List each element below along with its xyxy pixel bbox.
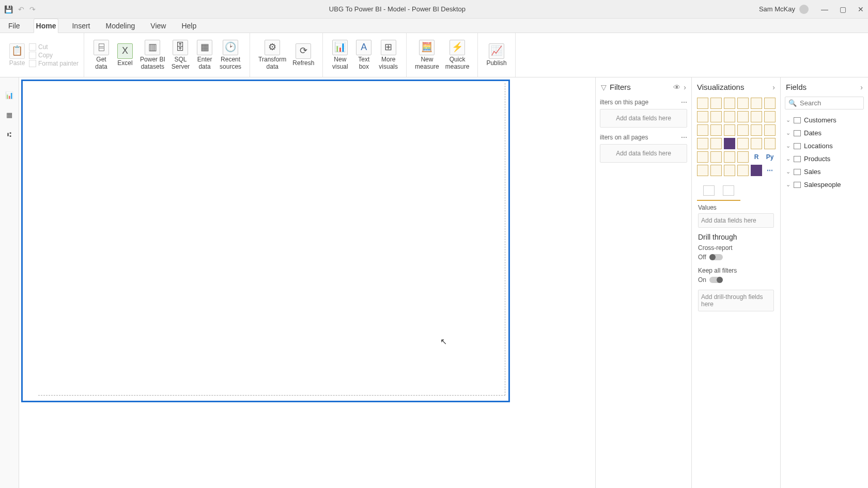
fields-search-input[interactable] bbox=[800, 99, 868, 107]
tab-help[interactable]: Help bbox=[179, 19, 198, 33]
titlebar: 💾 ↶ ↷ UBG To Power BI - Model - Power BI… bbox=[0, 0, 868, 19]
tab-file[interactable]: File bbox=[6, 19, 22, 33]
tab-view[interactable]: View bbox=[148, 19, 168, 33]
viz-area[interactable] bbox=[710, 111, 722, 122]
data-view-icon[interactable]: ▦ bbox=[4, 109, 14, 120]
viz-stacked-column[interactable] bbox=[710, 98, 722, 109]
selected-visual-outline[interactable] bbox=[21, 80, 510, 402]
viz-key-influencers[interactable] bbox=[697, 165, 708, 176]
filters-page-dropzone[interactable]: Add data fields here bbox=[600, 109, 687, 128]
filters-all-dropzone[interactable]: Add data fields here bbox=[600, 144, 687, 163]
viz-ribbon[interactable] bbox=[764, 111, 776, 122]
keep-all-filters-toggle[interactable]: On bbox=[698, 276, 774, 284]
new-measure-button[interactable]: 🧮New measure bbox=[412, 39, 442, 72]
viz-pie[interactable] bbox=[737, 124, 749, 136]
viz-decomposition[interactable] bbox=[710, 165, 722, 176]
refresh-button[interactable]: ⟳Refresh bbox=[289, 42, 317, 68]
field-table-dates[interactable]: ⌄Dates bbox=[781, 127, 868, 139]
pbi-datasets-button[interactable]: ▥Power BI datasets bbox=[137, 39, 168, 72]
undo-icon[interactable]: ↶ bbox=[18, 5, 24, 13]
save-icon[interactable]: 💾 bbox=[4, 5, 13, 13]
excel-button[interactable]: XExcel bbox=[113, 42, 137, 68]
field-table-products[interactable]: ⌄Products bbox=[781, 152, 868, 165]
fields-tab-icon[interactable] bbox=[703, 185, 715, 196]
chevron-down-icon: ⌄ bbox=[786, 181, 791, 188]
cross-report-toggle[interactable]: Off bbox=[698, 254, 774, 261]
cursor-icon: ↖ bbox=[440, 337, 447, 347]
viz-map[interactable] bbox=[697, 138, 708, 149]
viz-r[interactable]: R bbox=[751, 151, 762, 163]
more-icon[interactable]: ⋯ bbox=[681, 99, 687, 106]
viz-filled-map[interactable] bbox=[710, 138, 722, 149]
collapse-icon[interactable]: › bbox=[684, 83, 686, 91]
report-view-icon[interactable]: 📊 bbox=[4, 90, 14, 100]
viz-clustered-bar[interactable] bbox=[724, 98, 735, 109]
viz-card[interactable] bbox=[751, 138, 762, 149]
collapse-icon[interactable]: › bbox=[772, 83, 775, 91]
tab-insert[interactable]: Insert bbox=[70, 19, 92, 33]
viz-donut[interactable] bbox=[751, 124, 762, 136]
more-icon[interactable]: ⋯ bbox=[681, 134, 687, 141]
eye-icon[interactable]: 👁 bbox=[673, 83, 680, 91]
viz-multi-card[interactable] bbox=[764, 138, 776, 149]
viz-arcgis[interactable] bbox=[737, 165, 749, 176]
more-visuals-button[interactable]: ⊞More visuals bbox=[376, 39, 401, 72]
viz-gauge[interactable] bbox=[737, 138, 749, 149]
viz-powerapps[interactable] bbox=[751, 165, 762, 176]
collapse-icon[interactable]: › bbox=[860, 83, 863, 91]
viz-stacked-bar[interactable] bbox=[697, 98, 708, 109]
viz-py[interactable]: Py bbox=[764, 151, 776, 163]
viz-treemap[interactable] bbox=[764, 124, 776, 136]
field-table-sales[interactable]: ⌄Sales bbox=[781, 165, 868, 178]
viz-slicer[interactable] bbox=[710, 151, 722, 163]
maximize-icon[interactable]: ▢ bbox=[840, 5, 846, 13]
viz-line[interactable] bbox=[697, 111, 708, 122]
drill-through-dropzone[interactable]: Add drill-through fields here bbox=[698, 290, 774, 311]
minimize-icon[interactable]: — bbox=[821, 5, 828, 13]
publish-button[interactable]: 📈Publish bbox=[483, 42, 509, 68]
text-box-button[interactable]: AText box bbox=[352, 39, 376, 72]
redo-icon[interactable]: ↷ bbox=[29, 5, 36, 13]
sql-server-button[interactable]: 🗄SQL Server bbox=[168, 39, 193, 72]
values-dropzone[interactable]: Add data fields here bbox=[698, 213, 774, 228]
transform-data-button[interactable]: ⚙Transform data bbox=[255, 39, 289, 72]
new-visual-button[interactable]: 📊New visual bbox=[328, 39, 352, 72]
enter-data-button[interactable]: ▦Enter data bbox=[193, 39, 216, 72]
field-table-salespeople[interactable]: ⌄Salespeople bbox=[781, 178, 868, 191]
viz-table[interactable] bbox=[724, 151, 735, 163]
quick-measure-button[interactable]: ⚡Quick measure bbox=[442, 39, 473, 72]
viz-scatter[interactable] bbox=[724, 124, 735, 136]
viz-shape-map[interactable] bbox=[724, 138, 735, 149]
viz-line-column[interactable] bbox=[737, 111, 749, 122]
viz-clustered-column[interactable] bbox=[737, 98, 749, 109]
values-label: Values bbox=[698, 204, 717, 211]
viz-100-column[interactable] bbox=[764, 98, 776, 109]
report-canvas[interactable]: ↖ bbox=[19, 77, 595, 488]
tab-modeling[interactable]: Modeling bbox=[103, 19, 137, 33]
viz-stacked-area[interactable] bbox=[724, 111, 735, 122]
chevron-down-icon: ⌄ bbox=[786, 168, 791, 175]
viz-100-bar[interactable] bbox=[751, 98, 762, 109]
fields-search[interactable]: 🔍 bbox=[785, 97, 864, 109]
tab-home[interactable]: Home bbox=[34, 19, 59, 33]
model-view-icon[interactable]: ⑆ bbox=[4, 129, 14, 139]
viz-kpi[interactable] bbox=[697, 151, 708, 163]
paste-icon: 📋 bbox=[9, 43, 25, 59]
viz-funnel[interactable] bbox=[710, 124, 722, 136]
datasets-icon: ▥ bbox=[145, 40, 160, 55]
filters-title: Filters bbox=[610, 83, 631, 91]
field-table-locations[interactable]: ⌄Locations bbox=[781, 139, 868, 152]
recent-sources-button[interactable]: 🕑Recent sources bbox=[216, 39, 244, 72]
get-data-button[interactable]: ⌸Get data bbox=[89, 39, 113, 72]
viz-matrix[interactable] bbox=[737, 151, 749, 163]
user-name[interactable]: Sam McKay bbox=[759, 5, 795, 13]
viz-waterfall[interactable] bbox=[697, 124, 708, 136]
avatar[interactable] bbox=[799, 5, 809, 14]
viz-more[interactable]: ⋯ bbox=[764, 165, 776, 176]
viz-line-clustered[interactable] bbox=[751, 111, 762, 122]
field-table-customers[interactable]: ⌄Customers bbox=[781, 114, 868, 127]
viz-qa[interactable] bbox=[724, 165, 735, 176]
format-tab-icon[interactable] bbox=[723, 185, 734, 196]
table-icon bbox=[794, 143, 801, 149]
close-icon[interactable]: ✕ bbox=[858, 5, 864, 13]
